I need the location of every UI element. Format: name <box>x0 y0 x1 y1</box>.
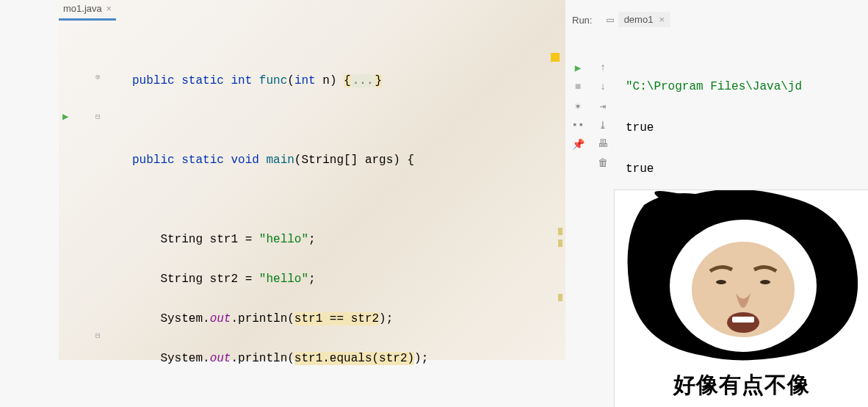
code-line[interactable]: System.out.println(str1 == str2); <box>132 309 428 329</box>
rerun-icon[interactable]: ▶ <box>571 60 585 75</box>
run-tab[interactable]: demo1 × <box>618 12 670 27</box>
code-editor[interactable]: public static int func(int n) {...} publ… <box>132 51 428 407</box>
scroll-end-icon[interactable]: ⤓ <box>596 118 610 132</box>
run-gutter-icon[interactable]: ▶ <box>62 110 68 123</box>
meme-caption: 好像有点不像 <box>615 370 868 400</box>
console-line: true <box>626 159 802 179</box>
code-line[interactable]: String str1 = "hello"; <box>132 230 428 250</box>
meme-overlay: 好像有点不像 <box>614 190 868 407</box>
layout-icon[interactable]: ▪▪ <box>571 118 585 132</box>
code-line[interactable] <box>132 190 428 210</box>
run-tab-label: demo1 <box>624 14 654 25</box>
fold-handle-icon[interactable]: ⊟ <box>95 331 101 340</box>
folded-code[interactable]: ... <box>351 74 375 87</box>
debug-icon[interactable]: ✶ <box>571 98 585 113</box>
code-line[interactable]: public static int func(int n) {...} <box>132 71 428 91</box>
svg-point-5 <box>716 280 726 284</box>
editor-tab-label: mo1.java <box>63 3 102 14</box>
run-toolbar-secondary: ↑ ↓ ⇥ ⤓ 🖶 🗑 <box>592 56 614 175</box>
run-tab-bar: ▭ demo1 × <box>607 12 670 27</box>
trash-icon[interactable]: 🗑 <box>596 156 610 170</box>
fold-handle-icon[interactable]: ⊕ <box>95 72 101 82</box>
code-line[interactable]: String str2 = "hello"; <box>132 270 428 289</box>
stop-icon[interactable]: ■ <box>571 79 585 94</box>
inspection-indicator[interactable] <box>551 53 560 62</box>
up-icon[interactable]: ↑ <box>596 60 610 75</box>
code-line[interactable]: System.out.println(str1.equals(str2)); <box>132 349 428 369</box>
soft-wrap-icon[interactable]: ⇥ <box>596 98 610 113</box>
code-line[interactable]: public static void main(String[] args) { <box>132 151 428 170</box>
change-marker[interactable] <box>558 294 563 301</box>
run-panel-label: Run: <box>572 15 592 26</box>
editor-tab[interactable]: mo1.java × <box>59 0 116 21</box>
print-icon[interactable]: 🖶 <box>596 137 610 151</box>
code-line[interactable] <box>132 389 428 407</box>
change-marker[interactable] <box>558 239 563 247</box>
close-icon[interactable]: × <box>106 4 112 14</box>
svg-point-6 <box>760 280 770 284</box>
svg-rect-8 <box>732 317 754 323</box>
down-icon[interactable]: ↓ <box>596 79 610 94</box>
console-line: true <box>626 118 802 138</box>
fold-handle-icon[interactable]: ⊟ <box>95 112 101 121</box>
meme-image <box>615 190 868 367</box>
console-line: "C:\Program Files\Java\jd <box>626 76 802 97</box>
close-icon[interactable]: × <box>659 14 665 25</box>
change-marker[interactable] <box>558 228 563 235</box>
pin-icon[interactable]: 📌 <box>571 137 585 151</box>
run-config-icon: ▭ <box>607 12 614 27</box>
svg-point-3 <box>801 216 839 245</box>
code-line[interactable] <box>132 111 428 131</box>
editor-tab-bar: mo1.java × <box>59 0 116 19</box>
run-toolbar-primary: ▶ ■ ✶ ▪▪ 📌 <box>567 56 589 156</box>
